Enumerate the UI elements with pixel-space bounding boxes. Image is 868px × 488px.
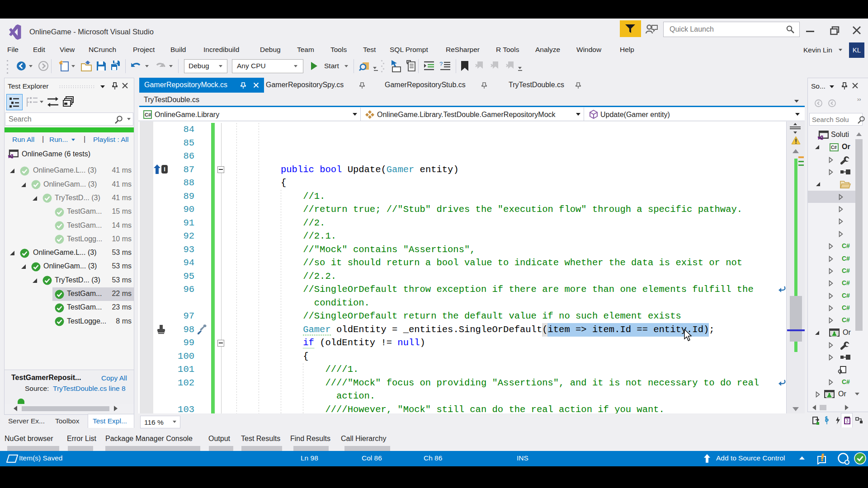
svg-text:3: 3 bbox=[846, 418, 849, 423]
svg-text:?: ? bbox=[439, 61, 443, 67]
svg-text:C#: C# bbox=[831, 145, 837, 150]
svg-text:C#: C# bbox=[145, 112, 151, 117]
